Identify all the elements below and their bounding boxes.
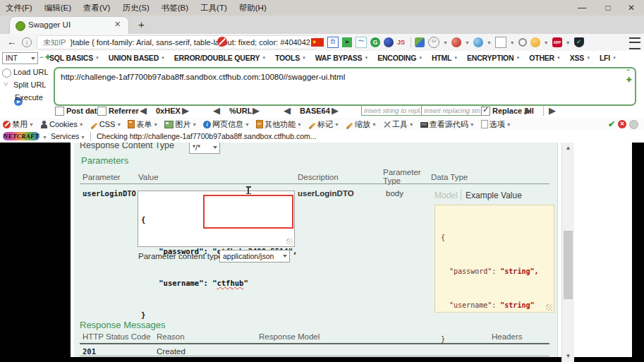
menu-history[interactable]: 历史(S) [122, 3, 149, 13]
tab-close-icon[interactable]: ✕ [114, 20, 121, 29]
idle-icon[interactable] [629, 120, 638, 129]
sphere-icon[interactable] [384, 37, 394, 47]
model-tab[interactable]: Model [435, 191, 458, 200]
execute-button[interactable]: Execute [15, 93, 43, 102]
flag-cn-icon[interactable]: ★ [311, 38, 324, 47]
outline-menu[interactable]: 标记▼ [308, 119, 339, 130]
base64-encode-icon[interactable]: ▶ [332, 105, 339, 116]
shield-icon[interactable]: ✔ [574, 37, 584, 47]
menu-encryption[interactable]: ENCRYPTION [467, 54, 514, 62]
misc-menu[interactable]: 其他功能▼ [256, 119, 302, 130]
berry-icon[interactable] [451, 37, 461, 47]
chevron-down-icon[interactable]: ▼ [443, 40, 448, 45]
video-download-icon[interactable]: ➤ [342, 37, 352, 47]
page-capture-icon[interactable] [495, 37, 506, 48]
url-decode-icon[interactable]: ◀ [213, 105, 220, 116]
view-source-menu[interactable]: 查看源代码▼ [420, 119, 475, 130]
base64-decode-icon[interactable]: ◀ [284, 105, 291, 116]
forms-menu[interactable]: 表单▼ [128, 119, 158, 130]
hex-decode-icon[interactable]: ◀ [140, 105, 147, 116]
collapse-icon[interactable]: − [40, 54, 43, 61]
menu-error-double-query[interactable]: ERROR/DOUBLE QUERY [174, 54, 260, 62]
translate-icon[interactable]: 自 [327, 37, 339, 48]
url-encode-icon[interactable]: ▶ [253, 105, 260, 116]
new-tab-button[interactable]: + [138, 18, 145, 30]
js-icon[interactable]: JS [397, 37, 407, 47]
replace-search-input[interactable] [361, 105, 423, 116]
zoom-icon[interactable] [518, 38, 527, 47]
page-scrollbar[interactable]: ▲ ▼ [561, 143, 574, 362]
referrer-checkbox[interactable] [97, 107, 107, 116]
menu-view[interactable]: 查看(V) [83, 3, 110, 13]
menu-tools[interactable]: TOOLS [275, 54, 300, 62]
options-menu[interactable]: 选项▼ [481, 119, 511, 130]
resize-menu[interactable]: 缩放▼ [346, 119, 377, 130]
images-menu[interactable]: 图片▼ [164, 119, 197, 130]
hackbar-db-select[interactable]: INT [2, 52, 38, 64]
wave-icon[interactable]: 〜 [356, 37, 367, 48]
replace-run-icon[interactable]: ▶ [525, 105, 532, 116]
menu-file[interactable]: 文件(F) [6, 3, 32, 13]
replace-run2-icon[interactable]: ▶ [549, 105, 556, 116]
menu-encoding[interactable]: ENCODING [377, 54, 416, 62]
scrollbar-thumb[interactable] [564, 231, 573, 299]
menu-tools[interactable]: 工具(T) [200, 3, 227, 13]
scroll-up-icon[interactable]: ▲ [562, 143, 574, 154]
grow-textarea-icon[interactable]: ✚ [626, 76, 632, 83]
chevron-down-icon[interactable]: ▼ [80, 135, 85, 140]
tab-swagger-ui[interactable]: Swagger UI ✕ [10, 17, 128, 34]
address-bar[interactable]: 未知IP}table { font-family: Arial, sans-se… [37, 35, 316, 49]
scroll-down-icon[interactable]: ▼ [562, 351, 574, 362]
close-button[interactable]: ✕ [621, 0, 642, 16]
netcraft-logo[interactable]: NETCRAFT [3, 132, 40, 140]
menu-waf-bypass[interactable]: WAF BYPASS [315, 54, 363, 62]
screenshot-icon[interactable] [415, 37, 425, 47]
page-info-menu[interactable]: i网页信息▼ [203, 119, 250, 130]
replace-with-input[interactable] [421, 105, 483, 116]
menu-sql-basics[interactable]: SQL BASICS [49, 54, 93, 62]
disable-menu[interactable]: 禁用▼ [3, 119, 34, 130]
chevron-down-icon[interactable]: ▼ [566, 40, 571, 45]
menu-bookmarks[interactable]: 书签(B) [162, 3, 188, 13]
post-data-checkbox[interactable] [55, 107, 64, 116]
split-url-button[interactable]: Split URL [13, 80, 46, 89]
g-circle-icon[interactable]: G [370, 37, 380, 47]
hackbar-url-textarea[interactable]: http://challenge-1af7700b97aba8ff.sandbo… [54, 67, 636, 106]
globe-icon[interactable] [473, 37, 483, 47]
menu-other[interactable]: OTHER [529, 54, 554, 62]
menu-lfi[interactable]: LFI [600, 54, 610, 62]
valid-check-icon[interactable]: ✔ [608, 119, 615, 129]
maximize-button[interactable]: □ [597, 0, 619, 16]
menu-union-based[interactable]: UNION BASED [109, 54, 159, 62]
css-menu[interactable]: CSS▼ [90, 120, 122, 128]
menu-html[interactable]: HTML [432, 54, 451, 62]
resize-grip-icon[interactable] [286, 239, 293, 245]
services-menu[interactable]: Services [51, 132, 79, 140]
blocked-content-icon[interactable] [217, 37, 227, 47]
cookies-menu[interactable]: Cookies▼ [40, 120, 84, 128]
minimize-button[interactable]: — [571, 0, 593, 16]
adblock-icon[interactable]: ABP [552, 37, 562, 47]
proxy-face-icon[interactable]: ω [428, 37, 439, 48]
menu-xss[interactable]: XSS [570, 54, 584, 62]
menu-help[interactable]: 帮助(H) [239, 3, 267, 13]
emoji-icon[interactable] [530, 37, 540, 47]
shrink-textarea-icon[interactable]: − [626, 66, 630, 73]
load-url-button[interactable]: Load URL [13, 68, 49, 76]
chevron-down-icon[interactable]: ▼ [42, 135, 47, 140]
chevron-down-icon[interactable]: ▼ [544, 40, 549, 45]
example-value-tab[interactable]: Example Value [466, 191, 522, 200]
error-icon[interactable]: ✕ [618, 120, 626, 128]
hex-encode-icon[interactable]: ▶ [182, 105, 189, 116]
replace-all-checkbox[interactable] [481, 107, 490, 116]
example-value-box[interactable]: { "password": "string", "username": "str… [435, 205, 554, 313]
chevron-down-icon[interactable]: ▼ [465, 40, 470, 45]
response-content-type-select[interactable]: */* [189, 143, 220, 154]
tools-menu[interactable]: 工具▼ [383, 119, 414, 130]
site-info-icon[interactable]: i [22, 37, 32, 47]
chevron-down-icon[interactable]: ▼ [487, 40, 492, 45]
back-button[interactable]: ← [5, 35, 18, 49]
menu-icon[interactable] [629, 37, 640, 49]
menu-edit[interactable]: 编辑(E) [44, 3, 71, 13]
content-type-select[interactable]: application/json [219, 250, 290, 263]
